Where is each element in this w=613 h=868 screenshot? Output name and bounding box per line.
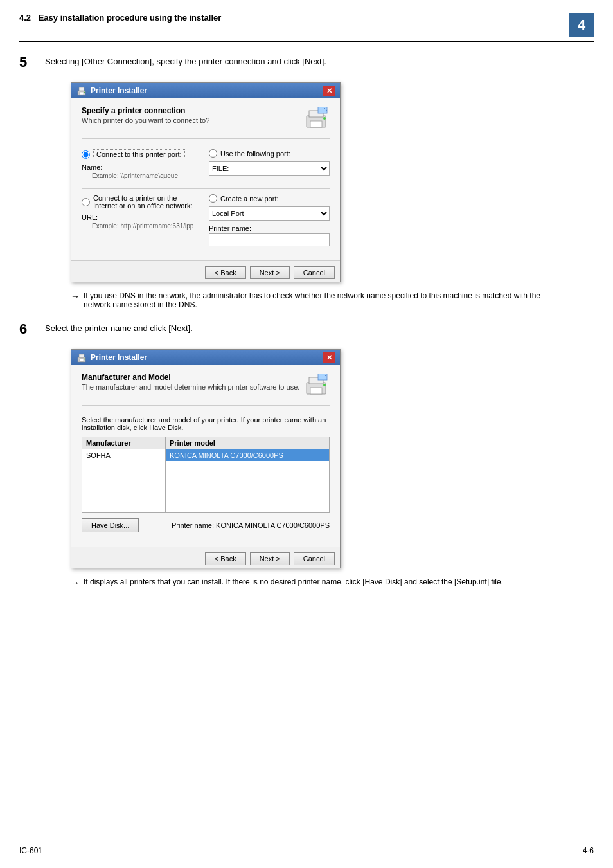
dialog1-content: Specify a printer connection Which print… [71, 98, 340, 260]
printer-icon-svg [304, 107, 330, 131]
mfr-item-sofha[interactable]: SOFHA [82, 449, 165, 461]
radio-internet-input[interactable] [82, 198, 90, 206]
svg-rect-8 [318, 107, 327, 113]
svg-point-17 [323, 384, 326, 386]
radio-connect-port-input[interactable] [82, 150, 90, 159]
model-item-konica[interactable]: KONICA MINOLTA C7000/C6000PS [166, 449, 329, 461]
dialog2-heading-area: Manufacturer and Model The manufacturer … [82, 373, 330, 406]
have-disk-row: Have Disk... Printer name: KONICA MINOLT… [82, 518, 330, 532]
url-example: Example: http://printername:631/ipp [92, 222, 202, 230]
svg-point-7 [323, 117, 326, 120]
step-5-number: 5 [19, 54, 40, 71]
section-name: Easy installation procedure using the in… [39, 13, 222, 23]
internet-label: Connect to a printer on the Internet or … [93, 194, 202, 210]
page-number-box: 4 [569, 13, 594, 37]
dialog1-next-button[interactable]: Next > [250, 266, 290, 279]
mfr-model-table: Manufacturer SOFHA Printer model KONICA … [82, 437, 330, 513]
dialog2-form: Select the manufacturer and model of you… [82, 413, 330, 540]
printer-installer-dialog-2: Printer Installer ✕ Manufacturer and Mod… [71, 349, 341, 568]
dialog1-buttons: < Back Next > Cancel [71, 260, 340, 282]
note1-arrow: → [71, 291, 80, 302]
svg-rect-12 [80, 359, 84, 361]
radio-new-port: Create a new port: [209, 194, 330, 203]
svg-rect-6 [310, 121, 322, 127]
dialog1-heading-area: Specify a printer connection Which print… [82, 106, 330, 139]
printer-small-icon-2 [76, 352, 87, 363]
new-port-label: Create a new port: [220, 195, 279, 203]
dialog1-printer-icon [304, 106, 330, 132]
printer-installer-dialog-1: Printer Installer ✕ Specify a printer co… [71, 82, 341, 282]
dialog1-titlebar: Printer Installer ✕ [71, 83, 340, 98]
step-6-text: Select the printer name and click [Next]… [45, 321, 193, 333]
svg-rect-11 [79, 354, 84, 357]
dialog1-cancel-button[interactable]: Cancel [294, 266, 335, 279]
footer-left: IC-601 [19, 846, 42, 855]
step-5-block: 5 Selecting [Other Connection], specify … [19, 54, 594, 71]
dialog2-cancel-button[interactable]: Cancel [294, 552, 335, 565]
connect-port-label: Connect to this printer port: [93, 149, 185, 159]
note-1: → If you use DNS in the network, the adm… [71, 291, 553, 309]
name-label: Name: [82, 163, 202, 171]
printer-icon-svg-2 [304, 374, 330, 398]
separator-1 [82, 188, 330, 189]
radio-use-port-input[interactable] [209, 149, 217, 158]
printer-name-input-1[interactable] [209, 233, 330, 246]
page-header: 4.2 Easy installation procedure using th… [19, 13, 594, 42]
port-select[interactable]: FILE: [209, 161, 330, 176]
printer-name-label-1: Printer name: [209, 224, 330, 232]
note2-text: It displays all printers that you can in… [84, 577, 503, 586]
section-title: 4.2 Easy installation procedure using th… [19, 13, 221, 23]
dialog2-content: Manufacturer and Model The manufacturer … [71, 365, 340, 547]
port-type-select[interactable]: Local Port [209, 206, 330, 221]
radio-connect-port: Connect to this printer port: [82, 149, 202, 159]
page-footer: IC-601 4-6 [19, 842, 594, 855]
mfr-col-header: Manufacturer [82, 437, 165, 449]
radio-new-port-input[interactable] [209, 194, 217, 203]
note2-arrow: → [71, 577, 80, 588]
note1-text: If you use DNS in the network, the admin… [84, 291, 553, 309]
dialog2-wrapper: Printer Installer ✕ Manufacturer and Mod… [71, 349, 594, 568]
use-port-label: Use the following port: [220, 150, 290, 158]
radio-use-port: Use the following port: [209, 149, 330, 158]
dialog2-buttons: < Back Next > Cancel [71, 547, 340, 568]
radio-internet: Connect to a printer on the Internet or … [82, 194, 202, 210]
section-number: 4.2 [19, 13, 31, 23]
svg-point-3 [84, 92, 85, 93]
dialog1-heading: Specify a printer connection [82, 106, 209, 115]
step-6-number: 6 [19, 321, 40, 338]
dialog2-printer-icon [304, 373, 330, 399]
dialog2-title: Printer Installer [91, 353, 147, 362]
dialog1-form: Connect to this printer port: Name: Exam… [82, 147, 330, 254]
dialog2-next-button[interactable]: Next > [250, 552, 290, 565]
dialog1-close-button[interactable]: ✕ [323, 86, 335, 96]
svg-point-13 [84, 359, 85, 360]
printer-name-display: Printer name: KONICA MINOLTA C7000/C6000… [172, 521, 330, 529]
dialog1-subheading: Which printer do you want to connect to? [82, 116, 209, 124]
url-label: URL: [82, 213, 202, 221]
svg-rect-16 [310, 388, 322, 394]
note-2: → It displays all printers that you can … [71, 577, 553, 588]
printer-small-icon [76, 86, 87, 96]
dialog2-description: Select the manufacturer and model of you… [82, 416, 330, 431]
dialog2-subheading: The manufacturer and model determine whi… [82, 383, 299, 391]
dialog2-titlebar: Printer Installer ✕ [71, 350, 340, 365]
model-column: Printer model KONICA MINOLTA C7000/C6000… [166, 437, 329, 512]
name-example: Example: \\printername\queue [92, 172, 202, 179]
footer-right: 4-6 [583, 846, 594, 855]
manufacturer-column: Manufacturer SOFHA [82, 437, 166, 512]
svg-rect-1 [79, 87, 84, 91]
dialog2-back-button[interactable]: < Back [205, 552, 246, 565]
dialog1-back-button[interactable]: < Back [205, 266, 246, 279]
step-5-text: Selecting [Other Connection], specify th… [45, 54, 326, 66]
svg-rect-18 [318, 374, 327, 380]
dialog1-wrapper: Printer Installer ✕ Specify a printer co… [71, 82, 594, 282]
have-disk-button[interactable]: Have Disk... [82, 518, 139, 532]
dialog2-heading: Manufacturer and Model [82, 373, 299, 382]
dialog1-title: Printer Installer [91, 86, 147, 95]
svg-rect-2 [80, 92, 84, 95]
model-col-header: Printer model [166, 437, 329, 449]
step-6-block: 6 Select the printer name and click [Nex… [19, 321, 594, 338]
dialog2-close-button[interactable]: ✕ [323, 352, 335, 363]
